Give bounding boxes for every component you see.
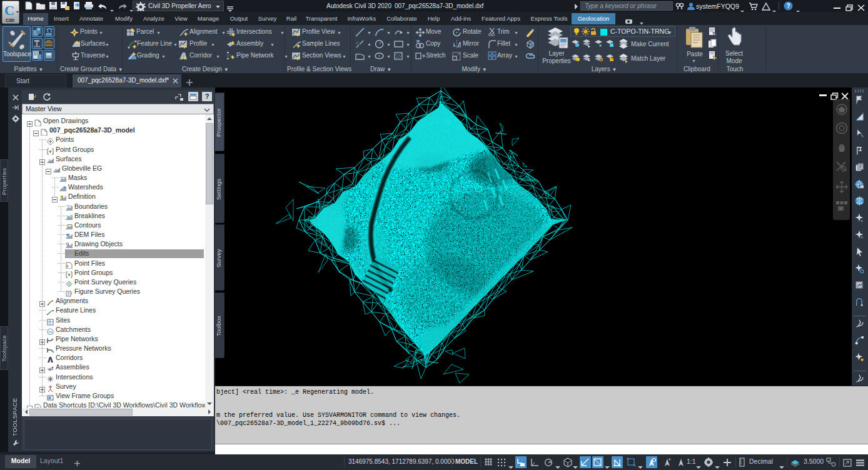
svg-text:?: ?: [786, 2, 790, 9]
svg-text:C3D: C3D: [6, 18, 14, 22]
svg-text:A: A: [860, 235, 864, 239]
svg-text:C: C: [4, 2, 14, 18]
